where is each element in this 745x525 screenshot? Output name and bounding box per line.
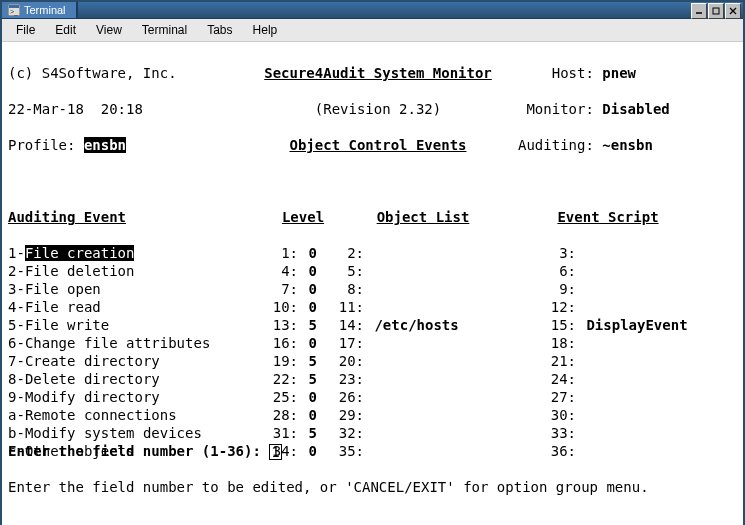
menu-tabs[interactable]: Tabs [199, 21, 240, 39]
field-num-level: 22: [248, 370, 298, 388]
field-num-level: 25: [248, 388, 298, 406]
svg-rect-4 [713, 8, 719, 14]
monitor-value: Disabled [602, 101, 669, 117]
field-num-object: 29: [322, 406, 364, 424]
field-num-script: 6: [534, 262, 576, 280]
field-num-script: 12: [534, 298, 576, 316]
hdr-level: Level [282, 209, 324, 225]
level-value: 5 [308, 353, 316, 369]
level-value: 0 [308, 245, 316, 261]
event-name: Change file attributes [25, 335, 210, 351]
prompt-label: Enter the field number (1-36): [8, 443, 269, 459]
event-row: 4-File read10: 011: 12: [8, 298, 737, 316]
object-value: /etc/hosts [374, 317, 458, 333]
script-value: DisplayEvent [586, 317, 687, 333]
field-num-object: 20: [322, 352, 364, 370]
event-row: a-Remote connections28: 029: 30: [8, 406, 737, 424]
field-num-script: 3: [534, 244, 576, 262]
level-value: 5 [308, 317, 316, 333]
event-name: File read [25, 299, 101, 315]
event-row: 5-File write13: 514: /etc/hosts15: Displ… [8, 316, 737, 334]
field-num-script: 21: [534, 352, 576, 370]
menu-help[interactable]: Help [245, 21, 286, 39]
event-row: 1-File creation1: 02: 3: [8, 244, 737, 262]
field-num-level: 28: [248, 406, 298, 424]
profile-label: Profile: [8, 137, 75, 153]
field-num-object: 23: [322, 370, 364, 388]
revision: (Revision 2.32) [238, 100, 518, 118]
menu-view[interactable]: View [88, 21, 130, 39]
minimize-button[interactable] [691, 3, 707, 19]
event-key: 9 [8, 389, 16, 405]
prompt-area: Enter the field number (1-36): 1 Enter t… [8, 424, 737, 525]
copyright: (c) S4Software, Inc. [8, 64, 238, 82]
level-value: 0 [308, 389, 316, 405]
menu-file[interactable]: File [8, 21, 43, 39]
prompt-help: Enter the field number to be edited, or … [8, 478, 737, 496]
title-tab: >_ Terminal [2, 2, 78, 18]
event-key: 8 [8, 371, 16, 387]
event-name: File open [25, 281, 101, 297]
maximize-button[interactable] [708, 3, 724, 19]
event-key: 1 [8, 245, 16, 261]
event-row: 3-File open7: 08: 9: [8, 280, 737, 298]
field-num-level: 7: [248, 280, 298, 298]
menubar: File Edit View Terminal Tabs Help [2, 19, 743, 42]
event-key: 6 [8, 335, 16, 351]
field-num-script: 24: [534, 370, 576, 388]
auditing-label: Auditing: [518, 137, 594, 153]
field-num-object: 5: [322, 262, 364, 280]
field-num-object: 8: [322, 280, 364, 298]
terminal-body[interactable]: (c) S4Software, Inc.Secure4Audit System … [2, 42, 743, 525]
field-num-object: 26: [322, 388, 364, 406]
field-num-object: 14: [322, 316, 364, 334]
event-row: 7-Create directory19: 520: 21: [8, 352, 737, 370]
event-key: 4 [8, 299, 16, 315]
host-value: pnew [602, 65, 636, 81]
field-num-object: 11: [322, 298, 364, 316]
titlebar[interactable]: >_ Terminal [2, 2, 743, 19]
hdr-event: Auditing Event [8, 209, 126, 225]
monitor-label: Monitor: [526, 101, 593, 117]
event-row: 2-File deletion4: 05: 6: [8, 262, 737, 280]
event-name: Create directory [25, 353, 160, 369]
field-num-level: 10: [248, 298, 298, 316]
host-label: Host: [552, 65, 594, 81]
field-num-script: 27: [534, 388, 576, 406]
event-name: Modify directory [25, 389, 160, 405]
level-value: 5 [308, 371, 316, 387]
field-num-script: 15: [534, 316, 576, 334]
terminal-icon: >_ [8, 4, 20, 16]
field-num-level: 19: [248, 352, 298, 370]
profile-value: ensbn [84, 137, 126, 153]
field-num-level: 4: [248, 262, 298, 280]
date-time: 22-Mar-18 20:18 [8, 100, 238, 118]
field-num-script: 30: [534, 406, 576, 424]
event-name: File write [25, 317, 109, 333]
event-key: 5 [8, 317, 16, 333]
window-title: Terminal [24, 4, 66, 16]
menu-edit[interactable]: Edit [47, 21, 84, 39]
app-title: Secure4Audit System Monitor [264, 65, 492, 81]
event-name: File creation [25, 245, 135, 261]
event-key: 7 [8, 353, 16, 369]
field-num-level: 1: [248, 244, 298, 262]
level-value: 0 [308, 299, 316, 315]
terminal-window: >_ Terminal File Edit View Terminal Tabs… [0, 0, 745, 525]
event-key: a [8, 407, 16, 423]
field-num-level: 16: [248, 334, 298, 352]
auditing-value: ~ensbn [602, 137, 653, 153]
menu-terminal[interactable]: Terminal [134, 21, 195, 39]
field-num-script: 9: [534, 280, 576, 298]
svg-text:>_: >_ [10, 8, 18, 16]
field-number-input[interactable]: 1 [269, 444, 281, 460]
event-row: 8-Delete directory22: 523: 24: [8, 370, 737, 388]
level-value: 0 [308, 335, 316, 351]
event-key: 2 [8, 263, 16, 279]
section-title: Object Control Events [289, 137, 466, 153]
close-button[interactable] [725, 3, 741, 19]
event-row: 9-Modify directory25: 026: 27: [8, 388, 737, 406]
event-name: Remote connections [25, 407, 177, 423]
level-value: 0 [308, 281, 316, 297]
event-name: Delete directory [25, 371, 160, 387]
